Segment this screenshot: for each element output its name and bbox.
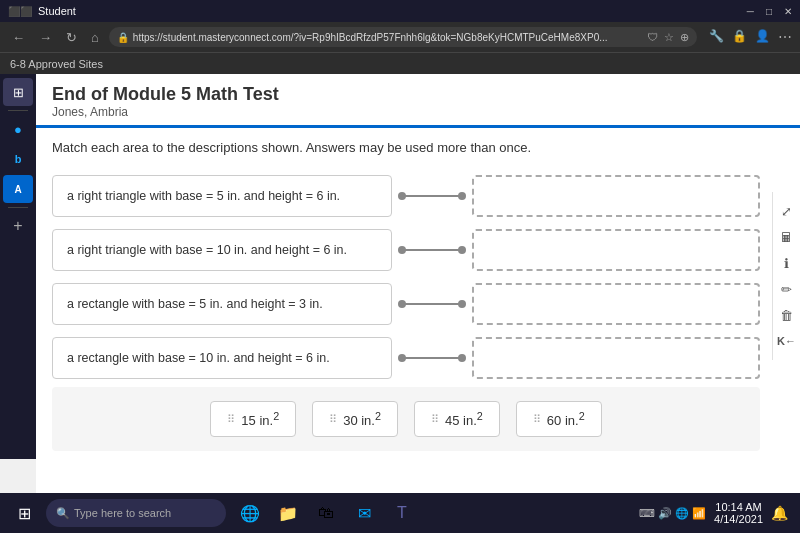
address-icons: 🛡 ☆ ⊕ [647,31,689,44]
chip-dots-2: ⠿ [329,413,337,426]
page-title: End of Module 5 Math Test [52,84,784,105]
bookmark-item[interactable]: 6-8 Approved Sites [10,58,103,70]
zoom-out-icon[interactable]: K← [776,330,798,352]
sidebar-divider-2 [8,207,28,208]
matching-right-column [472,175,760,379]
sidebar-item-edge[interactable]: ● [3,115,33,143]
date-display: 4/14/2021 [714,513,763,525]
folder-taskbar-icon: 📁 [278,504,298,523]
browser-chrome: ← → ↻ ⌂ 🔒 https://student.masteryconnect… [0,22,800,52]
main-content: End of Module 5 Math Test Jones, Ambria … [36,74,800,493]
taskbar-mail[interactable]: ✉ [346,496,382,530]
edge-taskbar-icon: 🌐 [240,504,260,523]
answer-label-2: 30 in.2 [343,410,381,428]
expand-icon[interactable]: ⤢ [776,200,798,222]
dot-right-1 [458,192,466,200]
student-name: Jones, Ambria [52,105,784,119]
star-icon[interactable]: ☆ [664,31,674,44]
connector-1 [392,175,472,217]
answer-chip-3[interactable]: ⠿ 45 in.2 [414,401,500,437]
maximize-btn[interactable]: □ [766,6,772,17]
connector-3 [392,283,472,325]
forward-btn[interactable]: → [35,28,56,47]
search-icon: 🔍 [56,507,70,520]
matching-left-column: a right triangle with base = 5 in. and h… [52,175,392,379]
sidebar-item-add[interactable]: + [3,212,33,240]
window-title: Student [38,5,76,17]
system-icons: ⌨ 🔊 🌐 📶 [639,507,706,520]
sidebar-item-windows[interactable]: ⊞ [3,78,33,106]
matching-drop-zone-1[interactable] [472,175,760,217]
store-taskbar-icon: 🛍 [318,504,334,522]
home-btn[interactable]: ⌂ [87,28,103,47]
taskbar-store[interactable]: 🛍 [308,496,344,530]
ext1-icon: 🔧 [709,29,724,45]
question-instruction: Match each area to the descriptions show… [52,140,760,155]
taskbar-folder[interactable]: 📁 [270,496,306,530]
browser-extensions: 🔧 🔒 👤 ⋯ [709,29,792,45]
chip-dots-3: ⠿ [431,413,439,426]
connector-2 [392,229,472,271]
matching-connectors [392,175,472,379]
user-icon[interactable]: 👤 [755,29,770,45]
shield-icon: 🛡 [647,31,658,44]
sidebar-item-bing[interactable]: b [3,145,33,173]
answer-chip-4[interactable]: ⠿ 60 in.2 [516,401,602,437]
chip-dots-1: ⠿ [227,413,235,426]
start-button[interactable]: ⊞ [4,496,44,530]
taskbar-teams[interactable]: T [384,496,420,530]
calculator-icon[interactable]: 🖩 [776,226,798,248]
edit-icon[interactable]: ✏ [776,278,798,300]
ext2-icon: 🔒 [732,29,747,45]
connector-4 [392,337,472,379]
collections-icon[interactable]: ⊕ [680,31,689,44]
menu-icon[interactable]: ⋯ [778,29,792,45]
answer-area: ⠿ 15 in.2 ⠿ 30 in.2 ⠿ 45 in.2 ⠿ 60 in.2 [52,387,760,451]
dot-right-2 [458,246,466,254]
refresh-btn[interactable]: ↻ [62,28,81,47]
taskbar-edge[interactable]: 🌐 [232,496,268,530]
answer-label-3: 45 in.2 [445,410,483,428]
taskbar-clock: 10:14 AM 4/14/2021 [714,501,763,525]
right-toolbar: ⤢ 🖩 ℹ ✏ 🗑 K← [772,192,800,360]
taskbar-search-text: Type here to search [74,507,171,519]
bookmark-bar: 6-8 Approved Sites [0,52,800,74]
answer-chip-1[interactable]: ⠿ 15 in.2 [210,401,296,437]
matching-drop-zone-2[interactable] [472,229,760,271]
sidebar-divider-1 [8,110,28,111]
mail-taskbar-icon: ✉ [358,504,371,523]
matching-left-item-1[interactable]: a right triangle with base = 5 in. and h… [52,175,392,217]
notifications-icon[interactable]: 🔔 [771,505,788,521]
minimize-btn[interactable]: ─ [747,6,754,17]
dot-left-2 [398,246,406,254]
teams-taskbar-icon: T [397,504,407,522]
connector-line-2 [402,249,462,251]
matching-drop-zone-3[interactable] [472,283,760,325]
matching-left-item-3[interactable]: a rectangle with base = 5 in. and height… [52,283,392,325]
time-display: 10:14 AM [714,501,763,513]
url-text: https://student.masteryconnect.com/?iv=R… [133,32,639,43]
matching-left-item-2[interactable]: a right triangle with base = 10 in. and … [52,229,392,271]
taskbar-search[interactable]: 🔍 Type here to search [46,499,226,527]
matching-layout: a right triangle with base = 5 in. and h… [52,175,760,379]
matching-left-item-4[interactable]: a rectangle with base = 10 in. and heigh… [52,337,392,379]
chip-dots-4: ⠿ [533,413,541,426]
sidebar-item-app1[interactable]: A [3,175,33,203]
answer-chip-2[interactable]: ⠿ 30 in.2 [312,401,398,437]
matching-drop-zone-4[interactable] [472,337,760,379]
connector-line-4 [402,357,462,359]
connector-line-3 [402,303,462,305]
info-icon[interactable]: ℹ [776,252,798,274]
answer-label-1: 15 in.2 [241,410,279,428]
close-btn[interactable]: ✕ [784,6,792,17]
connector-line-1 [402,195,462,197]
address-bar[interactable]: 🔒 https://student.masteryconnect.com/?iv… [109,27,697,47]
dot-left-3 [398,300,406,308]
question-content: Match each area to the descriptions show… [36,128,800,463]
sidebar: ⊞ ● b A + [0,74,36,459]
dot-left-4 [398,354,406,362]
trash-icon[interactable]: 🗑 [776,304,798,326]
answer-label-4: 60 in.2 [547,410,585,428]
back-btn[interactable]: ← [8,28,29,47]
dot-right-4 [458,354,466,362]
